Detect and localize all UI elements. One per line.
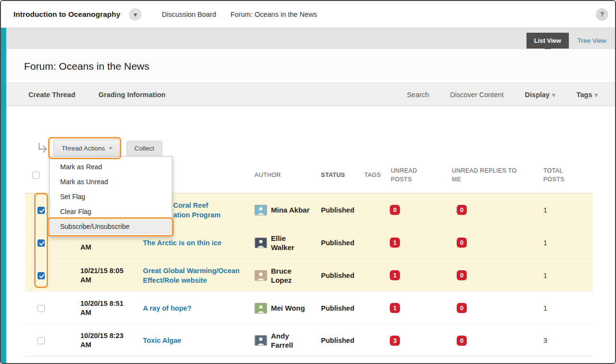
thread-list-card: Thread Actions Collect AUTHOR STATUS TAG… [25,119,593,357]
column-header-unread-replies[interactable]: UNREAD REPLIES TO ME [452,166,524,184]
row-checkbox[interactable] [38,272,45,279]
course-theme-stripe [1,28,6,363]
table-row: 10/21/15 8:05AM Great Global Warming/Oce… [25,259,593,291]
action-bar-left: Create Thread Grading Information [28,91,166,99]
discover-content-button[interactable]: Discover Content [450,91,503,99]
column-header-status[interactable]: STATUS [321,172,345,178]
breadcrumb-discussion-board[interactable]: Discussion Board [162,11,216,18]
total-posts: 1 [542,304,593,312]
chevron-down-icon [109,147,113,150]
thread-link[interactable]: Great Global Warming/OceanEffect/Role we… [143,266,255,285]
reply-arrow-icon [37,143,50,153]
course-title: Introduction to Oceanography [13,10,120,19]
column-header-author[interactable]: AUTHOR [255,171,281,179]
column-header-total-posts[interactable]: TOTAL POSTS [543,166,572,184]
unread-replies-badge: 0 [457,303,467,313]
menu-item-set-flag[interactable]: Set Flag [50,189,172,204]
menu-item-clear-flag[interactable]: Clear Flag [50,204,172,219]
total-posts: 1 [542,206,593,214]
unread-replies-badge: 0 [457,336,467,346]
thread-date: 10/20/15 8:23AM [80,331,143,350]
display-dropdown[interactable]: Display▾ [525,91,555,99]
breadcrumb-forum: Forum: Oceans in the News [231,11,317,18]
select-all-checkbox[interactable] [32,172,39,179]
thread-status: Published [321,239,364,247]
menu-item-mark-as-read[interactable]: Mark as Read [50,160,172,175]
table-row: 10/20/15 8:51AM A ray of hope? Mei Wong … [25,291,593,324]
page-title: Forum: Oceans in the News [6,49,615,72]
unread-replies-badge: 0 [457,270,467,280]
total-posts: 1 [542,239,593,247]
thread-status: Published [321,206,364,214]
thread-actions-button[interactable]: Thread Actions [53,139,121,157]
chevron-down-icon: ▾ [552,91,555,99]
menu-item-mark-as-unread[interactable]: Mark as Unread [50,175,172,189]
tree-view-button[interactable]: Tree View [578,37,606,44]
row-checkbox[interactable] [38,207,45,214]
thread-status: Published [321,272,364,279]
unread-posts-badge: 1 [390,303,400,313]
unread-posts-badge: 3 [390,336,400,346]
author-name: BruceLopez [271,266,292,285]
discussion-board-app: Introduction to Oceanography ▾ Discussio… [0,0,616,364]
author-name: Mei Wong [271,303,305,313]
create-thread-button[interactable]: Create Thread [28,91,76,99]
breadcrumb: Discussion Board Forum: Oceans in the Ne… [162,11,317,18]
unread-posts-badge: 1 [390,270,400,280]
help-icon: ? [600,11,604,18]
menu-item-subscribe-unsubscribe[interactable]: Subscribe/Unsubscribe [50,219,172,234]
avatar [255,335,267,346]
row-checkbox[interactable] [38,239,45,247]
thread-actions-menu: Mark as Read Mark as Unread Set Flag Cle… [49,156,172,238]
author-name: AndyFarrell [271,331,293,350]
action-bar: Create Thread Grading Information Search… [6,83,615,106]
unread-replies-badge: 0 [457,205,467,215]
title-section: Forum: Oceans in the News [6,49,615,83]
avatar [255,205,267,215]
tags-dropdown[interactable]: Tags▾ [577,91,598,99]
thread-link[interactable]: Toxic Algae [143,336,255,345]
thread-status: Published [321,337,364,344]
help-button[interactable]: ? [596,8,608,21]
list-view-button[interactable]: List View [526,33,569,49]
chevron-down-icon: ▾ [134,11,137,18]
view-toggle-bar: List View Tree View [6,28,615,49]
thread-link[interactable]: A ray of hope? [143,303,255,313]
chevron-down-icon: ▾ [594,91,598,99]
avatar [255,270,267,281]
list-toolbar: Thread Actions Collect [37,139,593,157]
author-name: EllieWalker [271,234,295,252]
table-row: 10/20/15 8:23AM Toxic Algae AndyFarrell … [25,324,593,357]
total-posts: 1 [542,272,593,279]
grading-information-button[interactable]: Grading Information [99,91,166,99]
action-bar-right: Search Discover Content Display▾ Tags▾ [407,91,598,99]
thread-status: Published [321,304,364,312]
avatar [255,303,267,314]
collect-button[interactable]: Collect [127,141,162,156]
column-header-tags[interactable]: TAGS [364,172,381,178]
search-button[interactable]: Search [407,91,429,99]
unread-replies-badge: 0 [457,238,467,248]
total-posts: 3 [542,337,593,344]
thread-date: 10/20/15 8:51AM [80,299,143,317]
avatar [255,238,267,248]
unread-posts-badge: 0 [390,205,400,215]
author-name: Mina Akbar [271,205,309,214]
unread-posts-badge: 1 [390,238,400,248]
row-checkbox[interactable] [38,305,45,312]
thread-date: 10/21/15 8:05AM [80,266,143,285]
course-menu-toggle[interactable]: ▾ [129,8,141,21]
column-header-unread-posts[interactable]: UNREAD POSTS [386,166,421,184]
thread-link[interactable]: The Arctic is on thin ice [143,238,255,248]
top-header: Introduction to Oceanography ▾ Discussio… [1,1,615,28]
row-checkbox[interactable] [38,337,45,344]
